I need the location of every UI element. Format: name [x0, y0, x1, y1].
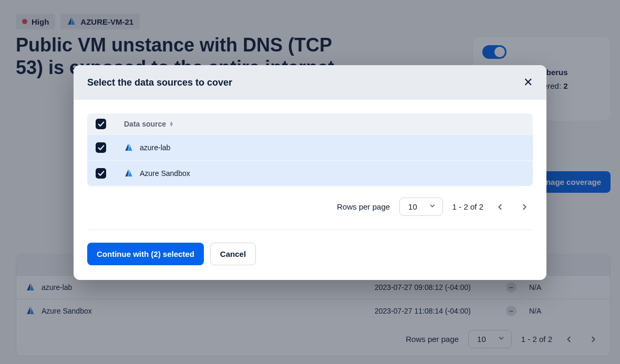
azure-icon [124, 169, 133, 178]
chevron-down-icon [429, 202, 436, 211]
data-source-name: Azure Sandbox [140, 169, 190, 178]
select-all-checkbox[interactable] [96, 119, 106, 129]
next-page-button[interactable] [517, 200, 532, 214]
cancel-button[interactable]: Cancel [210, 243, 256, 265]
close-icon[interactable]: ✕ [523, 77, 533, 88]
rows-per-page-select[interactable]: 10 [399, 197, 443, 216]
row-checkbox[interactable] [96, 168, 106, 179]
data-source-row[interactable]: Azure Sandbox [87, 160, 533, 186]
azure-icon [124, 143, 133, 152]
data-source-column-header[interactable]: Data source ▲▼ [124, 120, 173, 128]
row-checkbox[interactable] [96, 142, 106, 153]
select-data-sources-modal: Select the data sources to cover ✕ Data … [74, 65, 546, 280]
page-range: 1 - 2 of 2 [452, 202, 483, 211]
modal-pager: Rows per page 10 1 - 2 of 2 [87, 186, 533, 230]
data-source-table: Data source ▲▼ azure-lab [87, 113, 533, 186]
modal-title: Select the data sources to cover [87, 77, 232, 88]
continue-button[interactable]: Continue with (2) selected [87, 243, 204, 265]
data-source-name: azure-lab [140, 143, 170, 152]
data-source-table-header: Data source ▲▼ [87, 113, 533, 134]
prev-page-button[interactable] [493, 200, 508, 214]
rows-per-page-label: Rows per page [337, 202, 390, 211]
sort-icon: ▲▼ [169, 121, 173, 127]
data-source-row[interactable]: azure-lab [87, 134, 533, 160]
modal-overlay: Select the data sources to cover ✕ Data … [0, 0, 620, 364]
